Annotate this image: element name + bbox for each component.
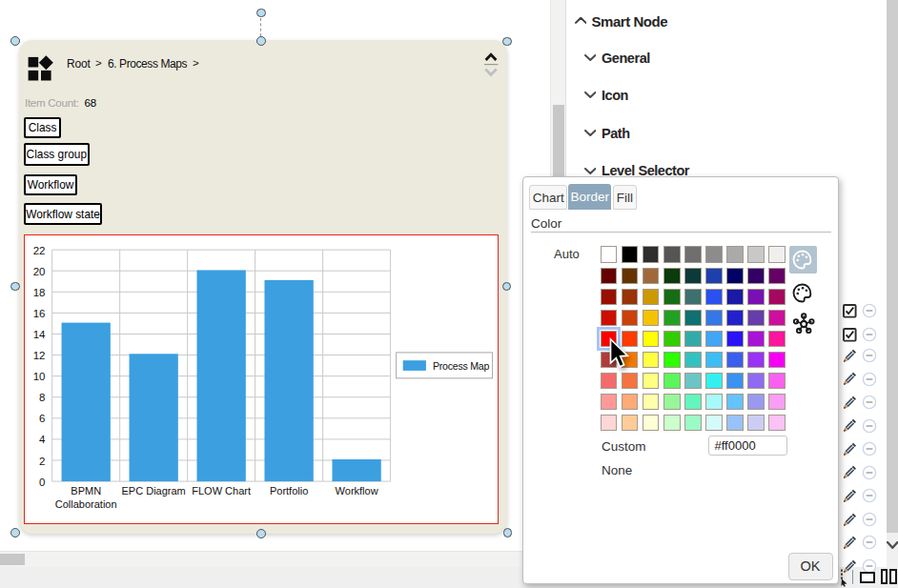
svg-text:0: 0 (39, 476, 45, 488)
svg-text:EPC Diagram: EPC Diagram (121, 485, 185, 497)
svg-text:Collaboration: Collaboration (54, 498, 116, 510)
svg-text:12: 12 (32, 350, 45, 361)
svg-text:16: 16 (32, 308, 45, 319)
svg-text:22: 22 (32, 245, 45, 256)
svg-text:14: 14 (32, 329, 45, 340)
svg-text:BPMN: BPMN (71, 485, 101, 497)
svg-text:4: 4 (39, 434, 46, 445)
svg-text:2: 2 (39, 456, 45, 467)
svg-text:FLOW Chart: FLOW Chart (192, 485, 251, 497)
svg-text:6: 6 (39, 413, 45, 424)
svg-text:18: 18 (32, 287, 45, 298)
svg-text:10: 10 (32, 371, 45, 382)
svg-text:Portfolio: Portfolio (269, 485, 307, 497)
svg-text:20: 20 (32, 266, 45, 277)
svg-text:8: 8 (39, 392, 45, 403)
svg-text:Workflow: Workflow (335, 485, 378, 497)
svg-text:Process Map: Process Map (433, 360, 489, 372)
